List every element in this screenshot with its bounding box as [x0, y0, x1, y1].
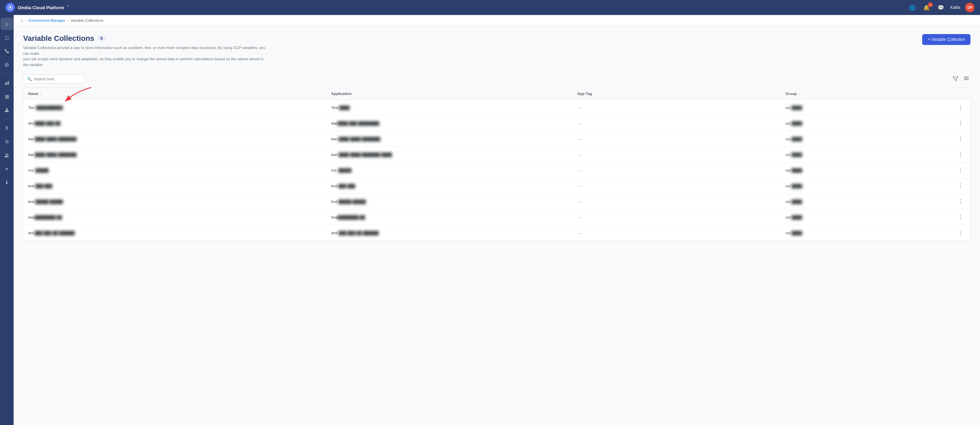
cell-application-8[interactable]: dmt ███ ███ ██ ██████	[326, 225, 572, 241]
cell-app-prefix: test	[331, 184, 337, 188]
cell-name-3[interactable]: bar ████ ████ ███████	[24, 147, 326, 163]
cell-tag-value: —	[578, 231, 581, 235]
list-view-button[interactable]	[962, 74, 970, 83]
table-row: test ███ ███test ███ ███—oc| ████⋮	[24, 178, 970, 194]
search-box: 🔍	[23, 75, 84, 83]
sidebar-item-download[interactable]: ⬇	[1, 176, 13, 189]
cell-group-7[interactable]: oc| ████	[781, 209, 932, 225]
main-layout: ⌂ ◫ ▦ ⬆	[0, 15, 980, 425]
cell-group-4[interactable]: oc| ████	[781, 163, 932, 178]
cell-group-2[interactable]: oc| ████	[781, 131, 932, 147]
cell-group-prefix: oc|	[786, 184, 791, 188]
cell-application-5[interactable]: test ███ ███	[326, 178, 572, 194]
page-description-line2: your job scripts more dynamic and adapta…	[23, 56, 268, 67]
messages-btn[interactable]: 💬	[936, 3, 946, 12]
sidebar-item-phone[interactable]	[1, 45, 13, 57]
cell-application-0[interactable]: Test ████	[326, 100, 572, 115]
cell-name-6[interactable]: test █████ █████	[24, 194, 326, 209]
add-variable-collection-button[interactable]: + Variable Collection	[922, 34, 970, 45]
row-more-button[interactable]: ⋮	[956, 166, 966, 174]
count-badge: 9	[98, 35, 105, 42]
cell-name-prefix: Tes	[28, 105, 34, 110]
sidebar: ⌂ ◫ ▦ ⬆	[0, 15, 14, 425]
row-more-button[interactable]: ⋮	[956, 119, 966, 127]
cell-group-suffix: ████	[791, 184, 802, 188]
cell-group-8[interactable]: oc| ████	[781, 225, 932, 241]
cell-group-suffix: ████	[791, 168, 802, 172]
cell-tag-value: —	[578, 168, 581, 172]
cell-application-7[interactable]: hea████████ ██	[326, 209, 572, 225]
cell-application-6[interactable]: test █████ █████	[326, 194, 572, 209]
cell-app-suffix: ████████ ██	[337, 215, 365, 219]
sidebar-divider-2	[2, 119, 11, 119]
row-more-button[interactable]: ⋮	[956, 198, 966, 205]
sidebar-item-person[interactable]	[1, 104, 13, 116]
filter-button[interactable]	[951, 74, 959, 83]
cell-application-1[interactable]: diar████ ███ ████████	[326, 115, 572, 131]
sidebar-item-analytics[interactable]	[1, 77, 13, 89]
sidebar-item-packages[interactable]: ◫	[1, 31, 13, 43]
cell-group-6[interactable]: oc| ████	[781, 194, 932, 209]
column-application-label: Application	[331, 92, 352, 96]
cell-app-prefix: Test	[331, 105, 338, 110]
cell-group-suffix: ████	[791, 121, 802, 125]
row-more-button[interactable]: ⋮	[956, 182, 966, 190]
sidebar-item-upload[interactable]: ⬆	[1, 122, 13, 134]
cell-group-5[interactable]: oc| ████	[781, 178, 932, 194]
cell-tag-value: —	[578, 153, 581, 157]
column-header-name[interactable]: Name ↓	[24, 88, 326, 100]
table-wrapper: Name ↓ Application ↓	[23, 88, 970, 241]
cell-name-4[interactable]: ms. █████	[24, 163, 326, 178]
cell-name-7[interactable]: hea████████ ██	[24, 209, 326, 225]
breadcrumb-home-icon[interactable]: ⌂	[21, 18, 23, 23]
cell-name-2[interactable]: bar ████ ████ ███████	[24, 131, 326, 147]
cell-actions-3: ⋮	[932, 147, 970, 163]
sidebar-item-settings[interactable]: ⚙	[1, 136, 13, 148]
cell-group-3[interactable]: oc| ████	[781, 147, 932, 163]
page-content: Variable Collections 9 Variable Collecti…	[14, 26, 980, 425]
column-header-actions	[932, 88, 970, 100]
navbar-right: 🌐 🔔 1 💬 Kallia OP	[907, 3, 975, 12]
cell-group-suffix: ████	[791, 137, 802, 141]
cell-name-0[interactable]: Test ██████████	[24, 100, 326, 115]
sidebar-item-grid[interactable]: ▦	[1, 90, 13, 102]
svg-rect-5	[6, 82, 8, 85]
cell-application-3[interactable]: ban ████ ████ ███████ ████	[326, 147, 572, 163]
cell-name-8[interactable]: dm ███ ███ ██ ██████	[24, 225, 326, 241]
cell-name-prefix: bar	[28, 137, 34, 141]
column-application-sort-icon: ↓	[353, 92, 355, 96]
cell-tag-value: —	[578, 215, 581, 219]
row-more-button[interactable]: ⋮	[956, 213, 966, 221]
cell-group-1[interactable]: oc| ████	[781, 115, 932, 131]
column-header-application[interactable]: Application ↓	[326, 88, 572, 100]
svg-point-8	[5, 153, 7, 155]
cell-group-0[interactable]: oc| ████	[781, 100, 932, 115]
cell-group-prefix: oc|	[786, 168, 791, 172]
svg-rect-10	[964, 77, 969, 77]
row-more-button[interactable]: ⋮	[956, 135, 966, 143]
notification-btn[interactable]: 🔔 1	[922, 3, 931, 12]
cell-application-4[interactable]: ms. █████	[326, 163, 572, 178]
row-more-button[interactable]: ⋮	[956, 104, 966, 111]
row-more-button[interactable]: ⋮	[956, 229, 966, 236]
cell-group-prefix: oc|	[786, 231, 791, 235]
cell-group-suffix: ████	[791, 200, 802, 204]
row-more-button[interactable]: ⋮	[956, 150, 966, 158]
column-header-group[interactable]: Group ↓	[781, 88, 932, 100]
sidebar-item-users[interactable]	[1, 149, 13, 161]
column-header-app-tag[interactable]: App Tag ↓	[573, 88, 781, 100]
cell-name-1[interactable]: dm ████ ███ ██	[24, 115, 326, 131]
cell-group-prefix: oc|	[786, 137, 791, 141]
cell-application-2[interactable]: ban ████ ████ ███████	[326, 131, 572, 147]
sidebar-item-star[interactable]: ✦	[1, 163, 13, 175]
user-avatar[interactable]: OP	[965, 3, 975, 12]
cell-name-suffix: ███ ███	[34, 184, 52, 188]
breadcrumb-parent[interactable]: Environment Manager	[29, 18, 65, 22]
cell-name-prefix: test	[28, 200, 34, 204]
cell-name-5[interactable]: test ███ ███	[24, 178, 326, 194]
sidebar-item-home[interactable]: ⌂	[1, 18, 13, 30]
sidebar-item-cloud[interactable]	[1, 59, 13, 71]
breadcrumb-sep-2: ›	[67, 18, 69, 22]
search-input[interactable]	[34, 77, 81, 81]
globe-icon-btn[interactable]: 🌐	[907, 3, 917, 12]
